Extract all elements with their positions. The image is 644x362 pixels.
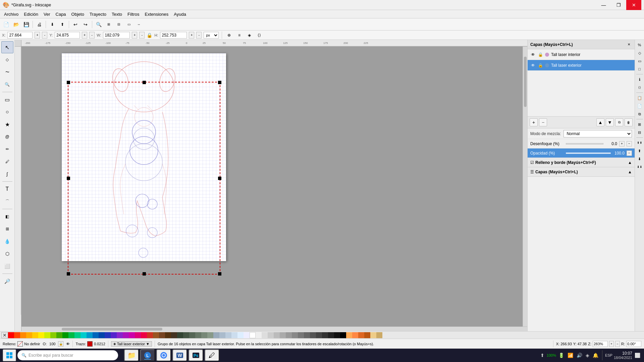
layer-delete-button[interactable]: 🗑: [625, 118, 633, 126]
align-button[interactable]: ≡: [235, 31, 243, 39]
color-swatch-gray-50[interactable]: [286, 332, 292, 338]
lower-bottom-button[interactable]: ⬇⬇: [636, 163, 643, 171]
redo-button[interactable]: ↪: [81, 20, 90, 29]
layer-eye-interior[interactable]: 👁: [530, 52, 536, 57]
layer-up-button[interactable]: ▲: [596, 118, 604, 126]
taskbar-drawing[interactable]: 🖊: [205, 349, 219, 361]
import-button[interactable]: ⬇: [48, 20, 57, 29]
search-bar[interactable]: 🔍 Escribe aquí para buscar: [17, 350, 118, 360]
color-swatch-black[interactable]: [340, 332, 346, 338]
dropper-tool[interactable]: 💧: [1, 235, 13, 247]
h-plus-button[interactable]: +: [189, 32, 194, 39]
taskbar-inkscape[interactable]: L: [140, 349, 155, 361]
color-swatch-gray-10[interactable]: [322, 332, 328, 338]
color-swatch-lavender[interactable]: [244, 332, 250, 338]
color-swatch-purple[interactable]: [123, 332, 129, 338]
color-swatch-pink-dark[interactable]: [135, 332, 141, 338]
x-input[interactable]: [7, 32, 33, 39]
zoom-decrease-button[interactable]: −: [615, 341, 620, 347]
menu-filtros[interactable]: Filtros: [125, 11, 142, 17]
color-swatch-white[interactable]: [250, 332, 256, 338]
layers-collapse-icon[interactable]: ▲: [628, 170, 632, 174]
color-swatch-cyan-blue[interactable]: [87, 332, 93, 338]
selection-handle-bl[interactable]: [67, 272, 70, 276]
menu-ver[interactable]: Ver: [41, 11, 53, 17]
pencil-tool[interactable]: ✏: [1, 143, 13, 155]
color-swatch-grad3[interactable]: [358, 332, 364, 338]
raise-top-button[interactable]: ⬆⬆: [636, 139, 643, 146]
taskbar-word[interactable]: W: [172, 349, 187, 361]
unit-select[interactable]: px mm cm in pt: [204, 32, 219, 39]
v-scroll-thumb[interactable]: [524, 57, 527, 107]
color-swatch-grad5[interactable]: [370, 332, 376, 338]
layer-row-interior[interactable]: 👁 🔒 Tall laser interior: [528, 49, 635, 60]
layers-panel-close[interactable]: ✕: [626, 42, 632, 48]
color-swatch-teal-light[interactable]: [74, 332, 80, 338]
no-color-button[interactable]: ✕: [1, 332, 8, 338]
color-swatch-gray-25[interactable]: [304, 332, 310, 338]
color-swatch-grad2[interactable]: [352, 332, 358, 338]
color-swatch-alice-blue[interactable]: [237, 332, 244, 338]
circle-tool[interactable]: ○: [1, 106, 13, 118]
h-minus-button[interactable]: -: [196, 32, 202, 39]
color-swatch-sage[interactable]: [189, 332, 195, 338]
color-swatch-blue-indigo[interactable]: [105, 332, 111, 338]
zoom-increase-button[interactable]: +: [609, 341, 614, 347]
blur-decrease-button[interactable]: −: [627, 141, 632, 146]
taskbar-volume-icon[interactable]: 🔊: [576, 352, 583, 359]
add-layer-button[interactable]: +: [530, 118, 538, 126]
h-scroll-thumb[interactable]: [62, 328, 162, 330]
save-button[interactable]: 💾: [21, 20, 31, 29]
ungroup-button[interactable]: ⊟: [636, 129, 643, 136]
color-swatch-gray-70[interactable]: [274, 332, 280, 338]
color-swatch-gray-blue-green[interactable]: [201, 332, 207, 338]
w-plus-button[interactable]: +: [132, 32, 137, 39]
menu-extensiones[interactable]: Extensiones: [142, 11, 171, 17]
new-button[interactable]: 📄: [1, 20, 11, 29]
selection-handle-br[interactable]: [218, 272, 221, 276]
taskbar-network-icon[interactable]: 📶: [567, 352, 574, 359]
color-swatch-grad1[interactable]: [346, 332, 352, 338]
color-swatch-blue[interactable]: [99, 332, 105, 338]
x-minus-button[interactable]: -: [42, 32, 47, 39]
object-properties-button[interactable]: ℹ: [636, 76, 643, 83]
close-button[interactable]: ✕: [626, 0, 641, 10]
color-swatch-tan[interactable]: [171, 332, 177, 338]
color-swatch-gray-85[interactable]: [262, 332, 268, 338]
start-button[interactable]: [3, 349, 16, 361]
color-swatch-gold[interactable]: [32, 332, 38, 338]
snap-enable-button[interactable]: %: [636, 41, 643, 49]
zoomout-tool[interactable]: 🔎: [1, 275, 13, 287]
layer-down-button[interactable]: ▼: [606, 118, 614, 126]
select-tool[interactable]: ↖: [1, 41, 13, 53]
y-plus-button[interactable]: +: [82, 32, 87, 39]
color-swatch-sienna[interactable]: [165, 332, 171, 338]
layer-eye-exterior[interactable]: 👁: [530, 63, 536, 68]
menu-archivo[interactable]: Archivo: [1, 11, 21, 17]
color-swatch-gray-15[interactable]: [316, 332, 322, 338]
xml-button[interactable]: ⟨⟩: [255, 31, 263, 39]
export-button[interactable]: ⬆: [58, 20, 67, 29]
print-button[interactable]: 🖨: [35, 20, 44, 29]
color-swatch-gray-40[interactable]: [292, 332, 298, 338]
color-swatch-pale-blue[interactable]: [231, 332, 237, 338]
color-swatch-indigo[interactable]: [111, 332, 117, 338]
menu-objeto[interactable]: Objeto: [69, 11, 87, 17]
y-input[interactable]: [55, 32, 80, 39]
color-swatch-gray-green[interactable]: [195, 332, 201, 338]
maximize-button[interactable]: ❐: [611, 0, 626, 10]
color-swatch-teal[interactable]: [80, 332, 87, 338]
color-swatch-silver-blue[interactable]: [219, 332, 225, 338]
zoom-in-button[interactable]: 🔍: [94, 20, 103, 29]
color-swatch-red[interactable]: [8, 332, 14, 338]
snap-page-button[interactable]: □: [636, 65, 643, 73]
lock-proportions-icon[interactable]: 🔒: [147, 33, 152, 38]
lower-button[interactable]: ⬇: [636, 155, 643, 163]
blur-increase-button[interactable]: +: [619, 141, 625, 146]
fill-border-collapse-icon[interactable]: ▲: [628, 160, 632, 165]
taskbar-upload-icon[interactable]: ⬆: [539, 352, 545, 359]
y-minus-button[interactable]: -: [89, 32, 95, 39]
color-swatch-green-light[interactable]: [56, 332, 62, 338]
undo-button[interactable]: ↩: [71, 20, 80, 29]
taskbar-chrome[interactable]: [156, 349, 171, 361]
